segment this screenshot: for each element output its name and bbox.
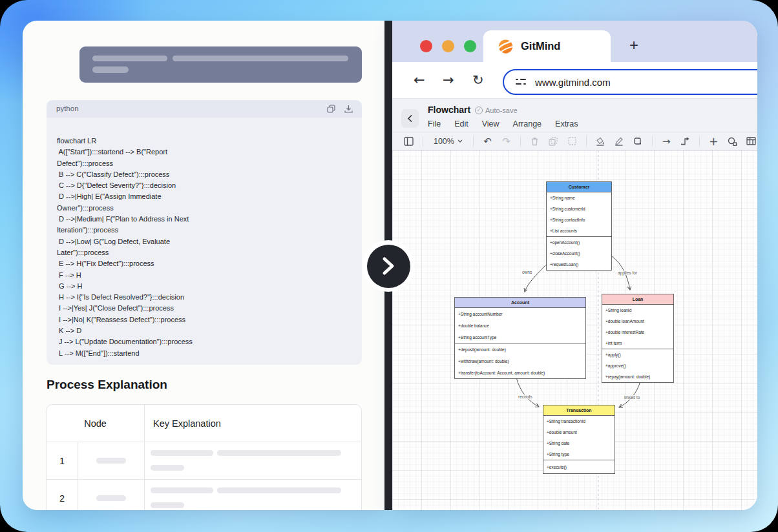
class-method: +transfer(toAccount: Account, amount: do… [455, 367, 585, 378]
code-line: I -->|No| K("Reassess Defect"):::process [57, 314, 355, 325]
code-line: Later"):::process [57, 247, 355, 258]
class-title: Account [455, 298, 585, 308]
placeholder-bar [96, 495, 126, 501]
table-row: 2 [47, 480, 361, 510]
delete-icon[interactable] [529, 135, 541, 148]
document-title[interactable]: Flowchart [428, 105, 470, 115]
reload-icon[interactable]: ↻ [472, 71, 484, 89]
code-line: Owner"):::process [57, 203, 355, 214]
code-line: I -->|Yes| J("Close Defect"):::process [57, 303, 355, 314]
class-title: Customer [547, 182, 611, 192]
insert-shape-icon[interactable] [726, 135, 739, 148]
edge-label-linked-to: linked to [624, 395, 640, 400]
table-header-key-explanation: Key Explanation [145, 418, 361, 429]
section-title: Process Explanation [47, 378, 167, 392]
minimize-window-button[interactable] [442, 40, 454, 52]
class-method: +approve() [602, 360, 673, 371]
placeholder-bar [92, 66, 129, 73]
class-attribute: +String accountNumber [455, 308, 585, 320]
code-line: J --> L("Update Documentation"):::proces… [57, 336, 355, 347]
prompt-placeholder-card [79, 46, 362, 83]
class-box-account[interactable]: Account +String accountNumber +double ba… [454, 297, 586, 379]
duplicate-icon[interactable] [547, 135, 560, 148]
redo-icon[interactable]: ↷ [500, 135, 512, 148]
back-chevron-button[interactable] [401, 109, 419, 128]
slider-handle[interactable] [363, 240, 414, 292]
line-color-icon[interactable] [613, 135, 626, 148]
menu-item-extras[interactable]: Extras [555, 119, 578, 128]
class-attribute: +String customerId [547, 203, 611, 214]
code-line: G --> H [57, 281, 355, 292]
diagram-canvas[interactable]: owns applies for records linked to Custo… [392, 150, 757, 510]
row-index: 1 [47, 442, 78, 479]
elbow-connector-icon[interactable] [679, 135, 691, 148]
edge-label-owns: owns [521, 270, 532, 274]
table-row: 1 [47, 442, 361, 480]
code-line: D -->|High| E("Assign Immediate [57, 191, 355, 202]
class-attribute: +String contactInfo [547, 214, 611, 225]
tune-icon [516, 78, 526, 86]
copy-icon[interactable] [326, 104, 335, 113]
code-line: D -->|Low| G("Log Defect, Evaluate [57, 236, 355, 247]
new-tab-button[interactable]: + [624, 35, 644, 56]
code-line: C --> D{"Defect Severity?"}:::decision [57, 180, 355, 191]
menu-item-file[interactable]: File [428, 119, 441, 128]
row-node-cell [78, 480, 145, 510]
code-line: H --> I{"Is Defect Resolved?"}:::decisio… [57, 292, 355, 303]
placeholder-bar [92, 56, 167, 61]
forward-icon[interactable]: → [443, 71, 454, 89]
fill-color-icon[interactable] [594, 135, 607, 148]
undo-icon[interactable]: ↶ [481, 135, 494, 148]
edge-label-records: records [518, 394, 533, 399]
table-icon[interactable] [745, 135, 757, 148]
code-content[interactable]: flowchart LR A(["Start"]):::startend -->… [47, 118, 362, 359]
code-block: python flowchart LR A(["Start"]):::start… [47, 100, 362, 365]
class-box-customer[interactable]: Customer +String name +String customerId… [546, 181, 612, 271]
class-method: +apply() [602, 349, 673, 360]
gitmind-header: Flowchart ✓ Auto-save File Edit View Arr… [392, 98, 757, 132]
class-title: Loan [602, 294, 673, 305]
code-line: D -->|Medium| F("Plan to Address in Next [57, 214, 355, 225]
process-explanation-table: Node Key Explanation 1 2 [46, 404, 362, 510]
class-box-loan[interactable]: Loan +String loanId +double loanAmount +… [602, 294, 674, 383]
download-icon[interactable] [344, 104, 353, 113]
chevron-right-icon [367, 245, 410, 288]
placeholder-bar [151, 465, 184, 471]
autosave-label: Auto-save [485, 107, 518, 114]
row-key-cell [145, 442, 361, 479]
class-method: +deposit(amount: double) [455, 343, 585, 355]
class-attribute: +double interestRate [602, 327, 673, 338]
panel-toggle-icon[interactable] [403, 135, 415, 148]
maximize-window-button[interactable] [464, 40, 476, 52]
class-box-transaction[interactable]: Transaction +String transactionId +doubl… [543, 405, 615, 474]
url-bar[interactable]: www.gitmind.com [503, 69, 757, 95]
tab-title: GitMind [521, 40, 560, 52]
menu-item-view[interactable]: View [482, 119, 499, 128]
class-attribute: +String name [547, 192, 611, 203]
shadow-icon[interactable] [632, 135, 644, 148]
code-line: flowchart LR [57, 136, 355, 147]
class-method: +closeAccount() [547, 248, 611, 259]
url-text: www.gitmind.com [535, 77, 611, 88]
menu-item-arrange[interactable]: Arrange [513, 119, 541, 128]
table-header-row: Node Key Explanation [47, 405, 361, 442]
placeholder-bar [151, 450, 213, 456]
zoom-dropdown[interactable]: 100% [434, 137, 463, 146]
class-method: +openAccount() [547, 237, 611, 248]
browser-window: GitMind + ← → ↻ www.gitmind.com Flowchar… [392, 21, 757, 510]
class-method: +execute() [543, 460, 615, 473]
add-shape-icon[interactable]: + [708, 135, 720, 148]
browser-tab-bar: GitMind + [392, 21, 757, 62]
browser-nav-bar: ← → ↻ www.gitmind.com [392, 62, 757, 98]
selection-icon[interactable] [566, 135, 578, 148]
straight-connector-icon[interactable]: → [660, 135, 673, 148]
code-line: B --> C("Classify Defect"):::process [57, 169, 355, 180]
autosave-status: ✓ Auto-save [475, 107, 518, 114]
tab-gitmind[interactable]: GitMind [483, 30, 611, 62]
class-attribute: +String accountType [455, 331, 585, 343]
close-window-button[interactable] [420, 40, 432, 52]
placeholder-bar [173, 56, 348, 61]
class-title: Transaction [543, 405, 615, 416]
menu-item-edit[interactable]: Edit [454, 119, 468, 128]
back-icon[interactable]: ← [414, 71, 425, 89]
